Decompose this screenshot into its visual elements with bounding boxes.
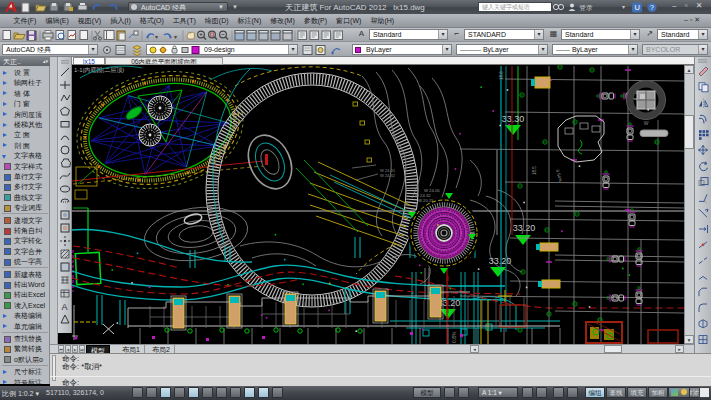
svg-text:18.5: 18.5 (532, 166, 537, 175)
svg-text:登录: 登录 (579, 4, 593, 12)
svg-text:▾: ▾ (174, 34, 177, 40)
svg-text:1-1|内庭园(二层顶): 1-1|内庭园(二层顶) (74, 66, 124, 74)
svg-text:▾: ▾ (622, 4, 625, 10)
svg-text:33.30: 33.30 (502, 114, 525, 124)
svg-text:33.20: 33.20 (489, 256, 512, 266)
svg-text:W 20.15: W 20.15 (418, 198, 434, 203)
svg-text:▾: ▾ (155, 34, 158, 40)
svg-text:33.20: 33.20 (513, 223, 536, 233)
svg-text:?: ? (650, 4, 654, 11)
svg-text:0.8%: 0.8% (451, 331, 457, 343)
svg-text:18.6: 18.6 (499, 71, 504, 80)
svg-text:U: U (635, 3, 640, 12)
svg-text:W 24.32: W 24.32 (380, 173, 396, 178)
svg-text:A: A (62, 302, 68, 312)
svg-text:W: W (644, 120, 649, 126)
